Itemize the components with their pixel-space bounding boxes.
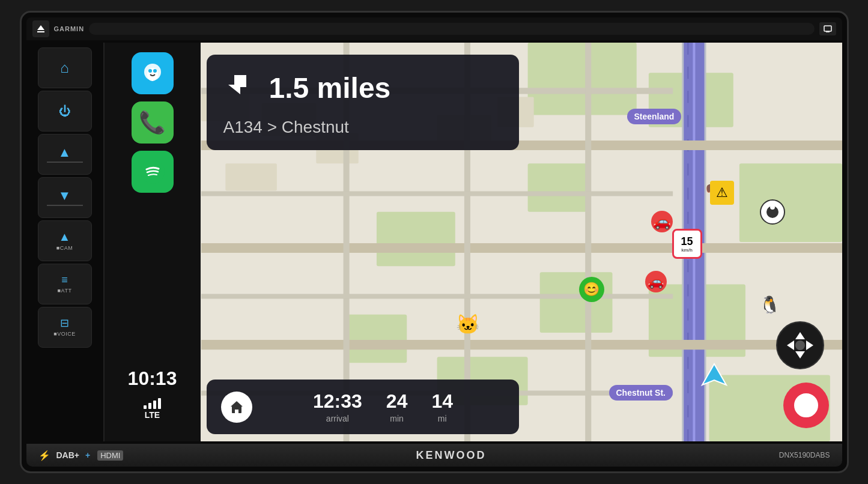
- waze-user-icon: [759, 199, 786, 228]
- waze-mascot-5: 🚗: [645, 271, 667, 292]
- svg-rect-13: [739, 163, 842, 242]
- waze-mascot-2: 🚗: [651, 211, 673, 232]
- svg-rect-17: [225, 163, 277, 190]
- steenland-label: Steenland: [627, 109, 682, 124]
- arrival-time: 12:33 arrival: [313, 390, 362, 423]
- svg-rect-1: [37, 31, 44, 32]
- svg-point-48: [795, 340, 805, 350]
- speed-value: 15: [681, 235, 693, 248]
- miles-label: mi: [438, 414, 447, 423]
- trip-info: 12:33 arrival 24 min 14 mi: [262, 390, 505, 423]
- nav-street: A134 > Chestnut: [223, 118, 502, 137]
- att-side-btn[interactable]: ≡ ■ATT: [38, 264, 92, 304]
- time-display: 10:13: [128, 368, 177, 390]
- nav-instruction: 1.5 miles: [223, 68, 502, 108]
- side-controls: ⌂ ⏻ ▲ ▼ ▲ ■CAM ≡ ■ATT ⊟ ■V: [26, 43, 105, 441]
- svg-rect-9: [376, 212, 455, 267]
- svg-rect-2: [824, 26, 831, 31]
- svg-marker-47: [806, 340, 813, 350]
- voice-icon: ⊟: [60, 318, 69, 328]
- signal-bars: [144, 397, 161, 409]
- bar-3: [153, 401, 156, 409]
- garmin-label: GARMIN: [54, 25, 85, 32]
- home-button-small[interactable]: [221, 392, 252, 423]
- screen-area: 📞 10:13: [105, 43, 842, 441]
- svg-point-37: [148, 69, 152, 73]
- up-arrow-icon: ▲: [58, 146, 71, 159]
- svg-marker-46: [787, 340, 794, 350]
- svg-rect-10: [346, 315, 407, 363]
- top-bar: GARMIN: [26, 17, 842, 40]
- up-side-btn[interactable]: ▲: [38, 134, 92, 175]
- screen-icon[interactable]: [819, 22, 836, 35]
- svg-marker-50: [231, 401, 243, 407]
- bar-2: [148, 403, 151, 409]
- cam-label: ■CAM: [56, 245, 73, 251]
- down-arrow-icon: ▼: [58, 189, 71, 202]
- speed-unit: km/h: [681, 248, 693, 253]
- spotify-app-icon[interactable]: [132, 151, 174, 193]
- svg-point-42: [770, 205, 775, 210]
- svg-marker-45: [795, 351, 805, 358]
- trip-info-card: 12:33 arrival 24 min 14 mi: [207, 380, 519, 434]
- eject-icon[interactable]: [32, 20, 49, 37]
- miles-value: 14: [431, 390, 453, 413]
- nav-icon: ▲: [59, 231, 71, 243]
- hdmi-label: HDMI: [97, 450, 123, 461]
- main-area: ⌂ ⏻ ▲ ▼ ▲ ■CAM ≡ ■ATT ⊟ ■V: [26, 43, 842, 441]
- waze-app-icon[interactable]: [132, 52, 174, 94]
- waze-mascot-4: 🐱: [456, 313, 480, 336]
- record-button[interactable]: [783, 383, 829, 428]
- svg-rect-51: [235, 410, 238, 413]
- model-number-label: DNX5190DABS: [779, 451, 830, 459]
- distance-miles: 14 mi: [431, 390, 453, 423]
- menu-icon: ≡: [61, 274, 68, 285]
- waze-mascot-3: 😊: [579, 277, 604, 302]
- eta-minutes: 24 min: [386, 390, 408, 423]
- screen-sidebar: 📞 10:13: [105, 43, 201, 441]
- map-dpad[interactable]: [776, 321, 824, 369]
- signal-area: LTE: [144, 397, 161, 420]
- waze-mascot-6: 🐧: [759, 295, 780, 315]
- svg-rect-7: [527, 163, 588, 212]
- warning-sign: ⚠: [710, 181, 734, 205]
- nav-instruction-card: 1.5 miles A134 > Chestnut: [207, 55, 519, 150]
- bar-4: [158, 398, 161, 409]
- voice-side-btn[interactable]: ⊟ ■VOICE: [38, 307, 92, 348]
- bar-1: [144, 405, 147, 409]
- car-stereo-unit: GARMIN ⌂ ⏻ ▲ ▼: [20, 11, 849, 473]
- svg-marker-43: [702, 364, 726, 385]
- cam-side-btn[interactable]: ▲ ■CAM: [38, 220, 92, 261]
- svg-marker-0: [37, 25, 44, 30]
- svg-marker-44: [795, 332, 805, 339]
- nav-distance: 1.5 miles: [269, 71, 391, 104]
- arrival-label: arrival: [326, 414, 349, 423]
- power-side-btn[interactable]: ⏻: [38, 91, 92, 132]
- svg-rect-5: [527, 43, 636, 115]
- bottom-bar: ⚡ DAB+ + HDMI KENWOOD DNX5190DABS: [26, 444, 842, 467]
- att-label: ■ATT: [58, 288, 72, 294]
- down-side-btn[interactable]: ▼: [38, 177, 92, 218]
- svg-point-38: [153, 69, 157, 73]
- speed-limit-sign: 15 km/h: [672, 229, 702, 259]
- kenwood-brand-label: KENWOOD: [416, 449, 487, 462]
- turn-arrow-icon: [223, 68, 257, 108]
- minutes-label: min: [390, 414, 404, 423]
- player-position: [699, 361, 729, 393]
- phone-app-icon[interactable]: 📞: [132, 101, 174, 144]
- minutes-value: 24: [386, 390, 408, 413]
- lte-label: LTE: [145, 410, 160, 420]
- bluetooth-icon: ⚡: [38, 450, 50, 461]
- voice-label: ■VOICE: [53, 331, 75, 337]
- chestnut-label: Chestnut St.: [609, 385, 673, 401]
- bottom-bar-left: ⚡ DAB+ + HDMI: [38, 450, 124, 461]
- home-side-btn[interactable]: ⌂: [38, 47, 92, 88]
- dab-label: DAB+: [56, 450, 80, 460]
- record-inner-icon: [794, 393, 818, 417]
- home-icon: ⌂: [60, 61, 69, 75]
- arrival-value: 12:33: [313, 390, 362, 413]
- cd-slot: [89, 23, 814, 35]
- plus-label: +: [85, 450, 90, 460]
- power-icon: ⏻: [59, 105, 71, 117]
